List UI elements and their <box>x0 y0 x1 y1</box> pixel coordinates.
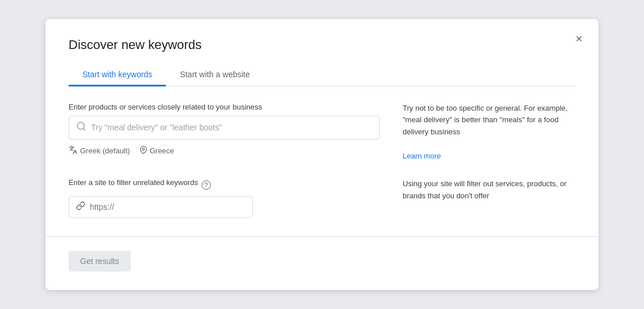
tab-keywords[interactable]: Start with keywords <box>69 64 166 86</box>
keywords-input-wrap <box>69 116 380 140</box>
tab-bar: Start with keywords Start with a website <box>69 64 575 86</box>
translate-icon <box>69 145 78 156</box>
site-filter-tip-panel: Using your site will filter out services… <box>403 178 575 218</box>
svg-point-2 <box>142 148 145 150</box>
keywords-tip-panel: Try not to be too specific or general. F… <box>403 103 575 163</box>
link-icon <box>76 201 85 213</box>
modal-title: Discover new keywords <box>69 37 575 52</box>
site-filter-label-row: Enter a site to filter unrelated keyword… <box>69 178 380 191</box>
keywords-tip-text: Try not to be too specific or general. F… <box>403 103 575 138</box>
language-label: Greek (default) <box>80 146 130 155</box>
location-label: Greece <box>150 146 175 155</box>
close-button[interactable]: × <box>573 31 585 47</box>
url-input[interactable] <box>90 202 245 212</box>
site-filter-tip-text: Using your site will filter out services… <box>403 178 575 202</box>
site-filter-left-panel: Enter a site to filter unrelated keyword… <box>69 178 380 218</box>
keywords-input[interactable] <box>91 123 372 132</box>
keywords-field-label: Enter products or services closely relat… <box>69 103 380 111</box>
site-filter-label: Enter a site to filter unrelated keyword… <box>69 178 198 187</box>
keywords-row: Enter products or services closely relat… <box>69 103 575 163</box>
get-results-button[interactable]: Get results <box>69 251 131 272</box>
keywords-left-panel: Enter products or services closely relat… <box>69 103 380 163</box>
language-meta: Greek (default) <box>69 145 130 156</box>
footer-divider <box>46 236 598 237</box>
discover-keywords-modal: Discover new keywords × Start with keywo… <box>46 19 598 291</box>
learn-more-link[interactable]: Learn more <box>403 152 441 160</box>
url-input-wrap <box>69 196 253 218</box>
meta-row: Greek (default) Greece <box>69 145 380 156</box>
location-icon <box>139 146 147 156</box>
location-meta: Greece <box>139 146 175 156</box>
svg-line-1 <box>83 128 85 130</box>
help-icon[interactable]: ? <box>202 180 211 190</box>
site-filter-row: Enter a site to filter unrelated keyword… <box>69 178 575 218</box>
search-icon <box>76 121 86 134</box>
tab-website[interactable]: Start with a website <box>166 64 263 86</box>
